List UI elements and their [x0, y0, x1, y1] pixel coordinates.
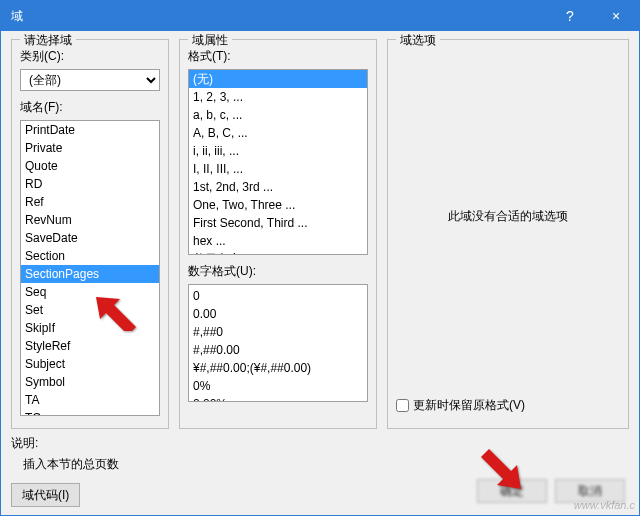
preserve-format-row: 更新时保留原格式(V): [396, 397, 620, 420]
panel-legend-left: 请选择域: [20, 32, 76, 49]
list-item[interactable]: 1st, 2nd, 3rd ...: [189, 178, 367, 196]
list-item[interactable]: Symbol: [21, 373, 159, 391]
list-item[interactable]: SaveDate: [21, 229, 159, 247]
list-item[interactable]: 0.00%: [189, 395, 367, 402]
preserve-format-label: 更新时保留原格式(V): [413, 397, 525, 414]
panel-legend-mid: 域属性: [188, 32, 232, 49]
help-button[interactable]: ?: [547, 1, 593, 31]
field-codes-button[interactable]: 域代码(I): [11, 483, 80, 507]
format-listbox[interactable]: (无)1, 2, 3, ...a, b, c, ...A, B, C, ...i…: [188, 69, 368, 255]
list-item[interactable]: TA: [21, 391, 159, 409]
panel-options: 域选项 此域没有合适的域选项 更新时保留原格式(V): [387, 39, 629, 429]
list-item[interactable]: First Second, Third ...: [189, 214, 367, 232]
list-item[interactable]: hex ...: [189, 232, 367, 250]
numformat-label: 数字格式(U):: [188, 263, 368, 280]
list-item[interactable]: (无): [189, 70, 367, 88]
list-item[interactable]: RD: [21, 175, 159, 193]
numformat-listbox[interactable]: 00.00#,##0#,##0.00¥#,##0.00;(¥#,##0.00)0…: [188, 284, 368, 402]
list-item[interactable]: 1, 2, 3, ...: [189, 88, 367, 106]
list-item[interactable]: I, II, III, ...: [189, 160, 367, 178]
list-item[interactable]: #,##0.00: [189, 341, 367, 359]
list-item[interactable]: #,##0: [189, 323, 367, 341]
no-options-text: 此域没有合适的域选项: [396, 208, 620, 225]
category-label: 类别(C):: [20, 48, 160, 65]
list-item[interactable]: TC: [21, 409, 159, 416]
dialog-window: 域 ? × 请选择域 类别(C): (全部) 域名(F): PrintDateP…: [0, 0, 640, 516]
panel-select-field: 请选择域 类别(C): (全部) 域名(F): PrintDatePrivate…: [11, 39, 169, 429]
dialog-body: 请选择域 类别(C): (全部) 域名(F): PrintDatePrivate…: [1, 31, 639, 515]
description-label: 说明:: [11, 436, 38, 450]
list-item[interactable]: 0.00: [189, 305, 367, 323]
panel-properties: 域属性 格式(T): (无)1, 2, 3, ...a, b, c, ...A,…: [179, 39, 377, 429]
list-item[interactable]: PrintDate: [21, 121, 159, 139]
titlebar-buttons: ? ×: [547, 1, 639, 31]
list-item[interactable]: A, B, C, ...: [189, 124, 367, 142]
list-item[interactable]: Section: [21, 247, 159, 265]
list-item[interactable]: SkipIf: [21, 319, 159, 337]
preserve-format-checkbox[interactable]: [396, 399, 409, 412]
list-item[interactable]: RevNum: [21, 211, 159, 229]
list-item[interactable]: One, Two, Three ...: [189, 196, 367, 214]
list-item[interactable]: Seq: [21, 283, 159, 301]
columns: 请选择域 类别(C): (全部) 域名(F): PrintDatePrivate…: [11, 39, 629, 429]
list-item[interactable]: 0: [189, 287, 367, 305]
list-item[interactable]: Subject: [21, 355, 159, 373]
list-item[interactable]: Private: [21, 139, 159, 157]
format-label: 格式(T):: [188, 48, 368, 65]
list-item[interactable]: ¥#,##0.00;(¥#,##0.00): [189, 359, 367, 377]
titlebar: 域 ? ×: [1, 1, 639, 31]
list-item[interactable]: SectionPages: [21, 265, 159, 283]
close-button[interactable]: ×: [593, 1, 639, 31]
fieldname-listbox[interactable]: PrintDatePrivateQuoteRDRefRevNumSaveDate…: [20, 120, 160, 416]
category-combo[interactable]: (全部): [20, 69, 160, 91]
list-item[interactable]: a, b, c, ...: [189, 106, 367, 124]
list-item[interactable]: 0%: [189, 377, 367, 395]
list-item[interactable]: Ref: [21, 193, 159, 211]
list-item[interactable]: Quote: [21, 157, 159, 175]
description-text: 插入本节的总页数: [23, 456, 629, 473]
list-item[interactable]: StyleRef: [21, 337, 159, 355]
panel-legend-right: 域选项: [396, 32, 440, 49]
ok-button[interactable]: 确定: [477, 479, 547, 503]
list-item[interactable]: i, ii, iii, ...: [189, 142, 367, 160]
fieldname-label: 域名(F):: [20, 99, 160, 116]
list-item[interactable]: Set: [21, 301, 159, 319]
window-title: 域: [11, 8, 547, 25]
description-row: 说明: 插入本节的总页数: [11, 435, 629, 473]
watermark: www.vkfan.c: [574, 499, 635, 511]
